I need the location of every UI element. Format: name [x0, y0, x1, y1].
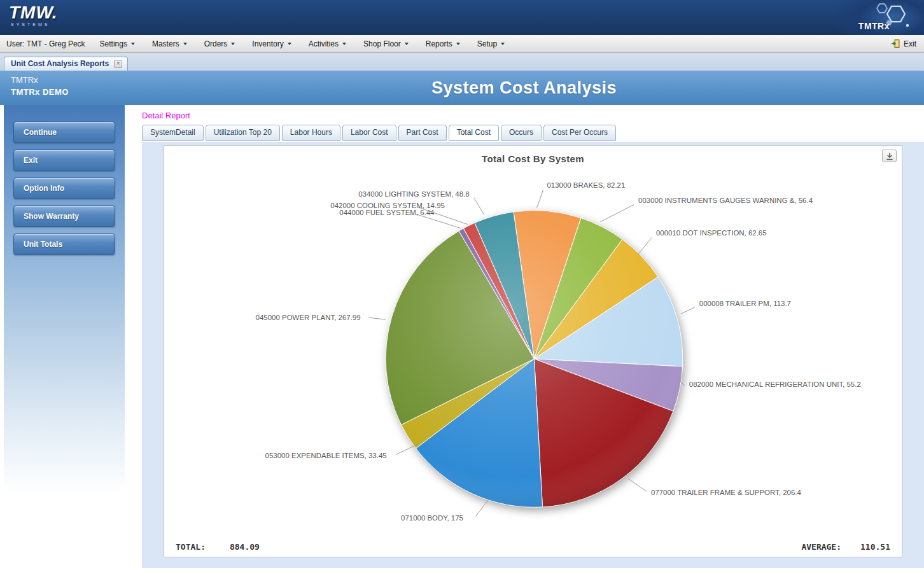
chart-panel: Total Cost By System 013000 BRAKES, 82.2…	[164, 145, 902, 557]
document-tab-label: Unit Cost Analysis Reports	[11, 59, 109, 68]
download-icon	[886, 152, 893, 160]
sidebar-button-unit-totals[interactable]: Unit Totals	[13, 234, 115, 255]
chart-title: Total Cost By System	[164, 153, 902, 164]
menu-item-inventory[interactable]: Inventory	[246, 37, 297, 51]
pie-slice-label: 071000 BODY, 175	[401, 514, 463, 522]
pie-slice-label: 000010 DOT INSPECTION, 62.65	[656, 229, 767, 237]
pie-slice-label: 000008 TRAILER PM, 113.7	[699, 300, 791, 307]
report-tab-bar: SystemDetail Utilization Top 20 Labor Ho…	[142, 125, 924, 141]
tab-systemdetail[interactable]: SystemDetail	[142, 125, 204, 141]
tmw-logo-subtext: SYSTEMS	[9, 22, 58, 27]
tmw-logo-text: TMW.	[9, 3, 58, 23]
app-name-line1: TMTRx	[11, 75, 69, 85]
tab-close-icon[interactable]: ×	[114, 60, 122, 68]
app-name-line2: TMTRx DEMO	[11, 87, 69, 97]
tab-cost-per-occurs[interactable]: Cost Per Occurs	[543, 125, 616, 141]
caret-down-icon	[183, 43, 187, 45]
pie-slice-label: 082000 MECHANICAL REFRIGERATION UNIT, 55…	[689, 380, 861, 388]
sidebar-button-show-warranty[interactable]: Show Warranty	[13, 206, 115, 227]
top-banner: TMW. SYSTEMS TMTRx	[0, 0, 924, 35]
caret-down-icon	[456, 43, 460, 45]
pie-label-line	[536, 190, 543, 208]
menu-item-reports[interactable]: Reports	[420, 37, 466, 51]
total-value: 884.09	[230, 542, 260, 552]
tmw-logo: TMW. SYSTEMS	[9, 3, 58, 27]
sidebar: Continue Exit Option Info Show Warranty …	[4, 105, 125, 579]
sidebar-button-option-info[interactable]: Option Info	[13, 178, 115, 199]
pie-slice-label: 045000 POWER PLANT, 267.99	[256, 314, 361, 321]
app-name-block: TMTRx TMTRx DEMO	[11, 75, 69, 98]
exit-menu-button[interactable]: Exit	[891, 39, 918, 48]
pie-chart: 013000 BRAKES, 82.21003000 INSTRUMENTS G…	[164, 146, 902, 557]
caret-down-icon	[405, 43, 409, 45]
tab-labor-cost[interactable]: Labor Cost	[342, 125, 396, 141]
pie-label-line	[600, 205, 634, 222]
pie-slice-label: 042000 COOLING SYSTEM, 14.95	[330, 202, 445, 209]
pie-slice-label: 013000 BRAKES, 82.21	[547, 181, 625, 189]
sidebar-button-exit[interactable]: Exit	[13, 150, 115, 171]
main-content: Detail Report SystemDetail Utilization T…	[125, 105, 924, 579]
menu-item-shop-floor[interactable]: Shop Floor	[358, 37, 414, 51]
menu-item-activities[interactable]: Activities	[303, 37, 352, 51]
tab-occurs[interactable]: Occurs	[501, 125, 542, 141]
tmtrx-logo-text: TMTRx	[858, 21, 890, 31]
pie-slice-label: 034000 LIGHTING SYSTEM, 48.8	[358, 190, 469, 198]
menu-bar: User: TMT - Greg Peck Settings Masters O…	[0, 35, 924, 53]
caret-down-icon	[131, 43, 135, 45]
caret-down-icon	[288, 43, 291, 45]
menu-item-settings[interactable]: Settings	[94, 37, 141, 51]
pie-label-line	[474, 198, 484, 215]
body-area: Continue Exit Option Info Show Warranty …	[0, 105, 924, 579]
tab-part-cost[interactable]: Part Cost	[398, 125, 447, 141]
chart-totals-row: TOTAL: 884.09 AVERAGE: 110.51	[176, 542, 890, 552]
average-label: AVERAGE:	[801, 542, 841, 552]
chart-container: Total Cost By System 013000 BRAKES, 82.2…	[142, 142, 924, 568]
exit-menu-label: Exit	[904, 39, 916, 48]
tmtrx-logo: TMTRx	[809, 0, 924, 35]
total-label: TOTAL:	[176, 542, 206, 552]
tab-labor-hours[interactable]: Labor Hours	[282, 125, 340, 141]
pie-label-line	[628, 478, 647, 491]
caret-down-icon	[501, 43, 505, 45]
exit-door-icon	[891, 39, 900, 48]
document-tab-strip: Unit Cost Analysis Reports ×	[0, 53, 924, 71]
application-window: TMW. SYSTEMS TMTRx User: TMT - Greg Peck…	[0, 0, 924, 579]
pie-label-line	[681, 307, 695, 314]
tab-total-cost[interactable]: Total Cost	[449, 125, 499, 141]
pie-slice-label: 077000 TRAILER FRAME & SUPPORT, 206.4	[651, 489, 801, 496]
pie-label-line	[476, 499, 489, 516]
tab-unit-cost-analysis-reports[interactable]: Unit Cost Analysis Reports ×	[4, 57, 128, 71]
sidebar-button-continue[interactable]: Continue	[13, 122, 115, 143]
pie-slice-label: 003000 INSTRUMENTS GAUGES WARNING &, 56.…	[638, 197, 813, 204]
tab-utilization-top-20[interactable]: Utilization Top 20	[206, 125, 280, 141]
pie-label-line	[638, 238, 652, 255]
average-value: 110.51	[860, 542, 890, 552]
caret-down-icon	[342, 43, 346, 45]
user-label: User: TMT - Greg Peck	[6, 39, 85, 48]
caret-down-icon	[231, 43, 235, 45]
report-subtitle: Detail Report	[142, 111, 924, 120]
pie-label-line	[368, 317, 386, 319]
page-title: System Cost Analysis	[124, 78, 924, 98]
menu-item-setup[interactable]: Setup	[472, 37, 510, 51]
report-header-band: TMTRx TMTRx DEMO System Cost Analysis	[0, 71, 924, 105]
chart-download-button[interactable]	[882, 150, 897, 162]
pie-slice-label: 044000 FUEL SYSTEM, 6.44	[339, 209, 435, 216]
pie-label-line	[416, 214, 461, 228]
menu-item-orders[interactable]: Orders	[199, 37, 241, 51]
menu-item-masters[interactable]: Masters	[146, 37, 193, 51]
pie-slice-label: 053000 EXPENDABLE ITEMS, 33.45	[265, 452, 387, 459]
